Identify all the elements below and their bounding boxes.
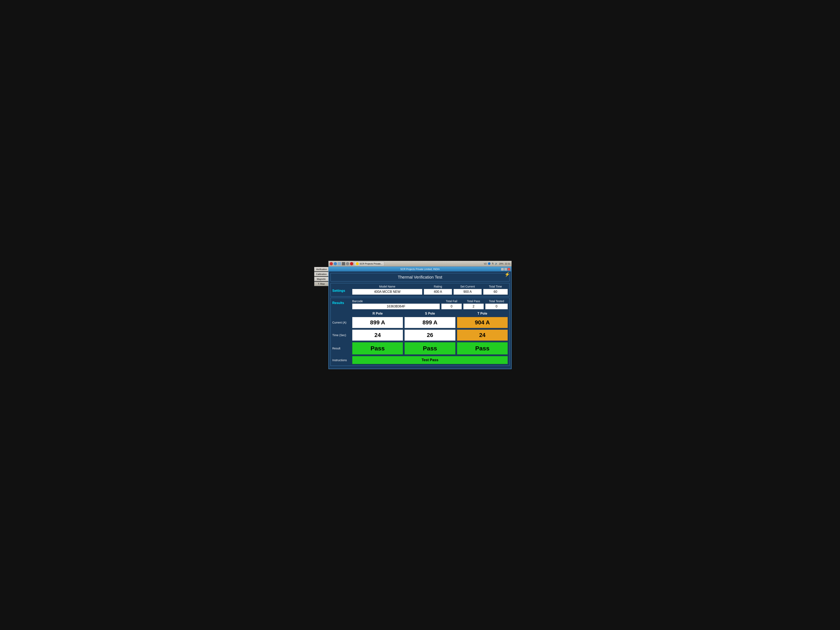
clock: 22:31 [505,262,510,265]
globe-icon [334,262,337,265]
total-pass-field: 2 [463,303,484,309]
camera-icon [342,262,345,265]
r-time-value: 24 [352,330,403,341]
s-time-value: 26 [404,330,455,341]
current-label: Current (A) [332,321,351,324]
current-row: Current (A) 899 A 899 A 904 A [332,317,508,328]
app-titlebar: SCR Projects Private Limited, INDIA − □ … [329,267,511,272]
taskbar: SCR Projects Private... V2 🔵 ⇅ 🔊 29% 22:… [328,261,512,267]
col-model-name: Model Name [352,285,422,288]
sidebar-item-verification[interactable]: Verification [314,267,328,272]
main-content: Settings Model Name Rating Set Current T… [329,283,511,369]
window-title: SCR Projects Private Limited, INDIA [400,268,439,271]
barcode-field: 16363B364F [352,303,440,309]
result-row: Result Pass Pass Pass [332,342,508,354]
s-result-value: Pass [404,342,455,354]
minimize-button[interactable]: − [501,268,504,271]
app-icon-red [350,262,353,265]
gear-icon [346,262,349,265]
spole-header: S Pole [404,312,455,316]
bluetooth-icon: 🔵 [488,262,491,265]
taskbar-left: SCR Projects Private... [330,262,484,266]
col-total-time: Total Time [483,285,508,288]
app-window: SCR Projects Private Limited, INDIA − □ … [328,267,512,369]
col-total-fail: Total Fail [441,300,462,303]
t-result-value: Pass [457,342,508,354]
maximize-button[interactable]: □ [504,268,507,271]
raspberry-icon [330,262,333,265]
sidebar-item-magnetic[interactable]: Magnetic [314,277,328,281]
instructions-value: Test Pass [352,356,508,364]
rpole-header: R Pole [352,312,403,316]
window-controls: − □ × [501,268,510,271]
result-label: Result [332,347,351,350]
main-title: Thermal Verification Test [330,273,510,281]
sidebar-item-trise[interactable]: T. Rise [314,282,328,286]
total-tested-field: 0 [485,303,508,309]
volume-icon: 🔊 [495,262,498,265]
tpole-header: T Pole [457,312,508,316]
col-total-pass: Total Pass [463,300,484,303]
volume-percent: 29% [499,262,504,265]
col-rating: Rating [424,285,452,288]
close-button[interactable]: × [507,268,510,271]
settings-label: Settings [332,285,351,293]
set-current-field: 900 A [453,289,482,295]
app-button[interactable]: SCR Projects Private... [354,262,384,266]
results-label: Results [332,300,351,305]
instructions-label: Instructions [332,358,351,362]
taskbar-right: V2 🔵 ⇅ 🔊 29% 22:31 [484,262,510,265]
lightning-icon: ⚡ [504,272,510,277]
s-current-value: 899 A [404,317,455,328]
rating-field: 400 A [424,289,452,295]
instructions-row: Instructions Test Pass [332,356,508,364]
model-name-field: 400A MCCB NEW [352,289,422,295]
app-icon-small [356,262,359,265]
sidebar-item-calibration[interactable]: Calibration [314,272,328,276]
time-label: Time (Sec) [332,333,351,337]
monitor-wrapper: SCR Projects Private... V2 🔵 ⇅ 🔊 29% 22:… [328,261,512,369]
t-current-value: 904 A [457,317,508,328]
network-icon: ⇅ [492,262,494,265]
settings-section: Settings Model Name Rating Set Current T… [330,283,510,297]
time-row: Time (Sec) 24 26 24 [332,330,508,341]
total-fail-field: 0 [441,303,462,309]
total-time-field: 60 [483,289,508,295]
t-time-value: 24 [457,330,508,341]
r-result-value: Pass [352,342,403,354]
sidebar: Verification Calibration Magnetic T. Ris… [314,267,328,286]
col-total-tested: Total Tested [485,300,508,303]
col-barcode: Barcode [352,300,440,303]
r-current-value: 899 A [352,317,403,328]
file-icon [338,262,341,265]
v2-label: V2 [484,262,486,265]
col-set-current: Set Current [453,285,482,288]
results-section: Results Barcode Total Fail Total Pass To… [330,298,510,366]
